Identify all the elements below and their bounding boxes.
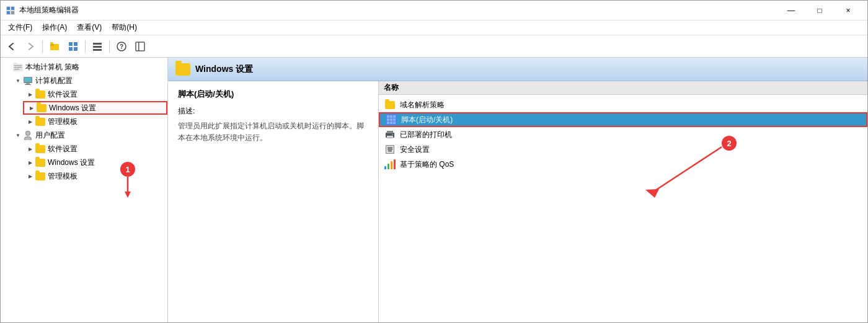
windows-label: Windows 设置 <box>49 103 96 113</box>
user-admin-icon <box>35 171 45 181</box>
user-windows-icon <box>35 157 45 167</box>
tree-panel: 本地计算机 策略 ▼ 计算机配置 <box>1 58 168 322</box>
tree-windows-settings[interactable]: ▶ Windows 设置 <box>23 101 167 115</box>
menu-help[interactable]: 帮助(H) <box>107 21 142 34</box>
user-admin-templates[interactable]: ▶ 管理模板 <box>23 169 167 183</box>
tree-admin-templates[interactable]: ▶ 管理模板 <box>23 115 167 128</box>
computer-config-row[interactable]: ▼ 计算机配置 <box>11 74 167 87</box>
list-header: 名称 <box>379 81 867 95</box>
back-button[interactable] <box>3 38 20 55</box>
svg-rect-21 <box>14 65 22 66</box>
svg-rect-13 <box>93 46 102 48</box>
qos-label: 基于策略的 QoS <box>400 159 454 170</box>
computer-config-label: 计算机配置 <box>35 76 73 86</box>
admin-label: 管理模板 <box>48 117 78 127</box>
svg-rect-9 <box>74 42 78 46</box>
root-icon <box>13 62 23 72</box>
close-button[interactable]: × <box>834 1 862 20</box>
svg-rect-18 <box>138 42 140 51</box>
computer-config-section: ▼ 计算机配置 ▶ <box>11 74 167 128</box>
list-item-domain[interactable]: 域名解析策略 <box>379 97 867 112</box>
user-config-children: ▶ 软件设置 ▶ Windows 设置 ▶ <box>23 142 167 183</box>
tree-software-settings[interactable]: ▶ 软件设置 <box>23 87 167 101</box>
user-config-icon <box>23 130 33 140</box>
printers-label: 已部署的打印机 <box>400 130 452 140</box>
svg-rect-33 <box>387 131 393 133</box>
user-software-expand: ▶ <box>25 144 35 154</box>
root-expand-icon <box>3 62 13 72</box>
folder-button[interactable] <box>46 38 63 55</box>
menu-bar: 文件(F) 操作(A) 查看(V) 帮助(H) <box>1 20 867 35</box>
separator-2 <box>85 40 86 53</box>
list-item-security[interactable]: 安全设置 <box>379 142 867 157</box>
menu-view[interactable]: 查看(V) <box>72 21 107 34</box>
user-admin-label: 管理模板 <box>48 171 78 182</box>
svg-rect-6 <box>50 44 54 46</box>
user-config-section: ▼ 用户配置 ▶ <box>11 128 167 183</box>
user-windows-settings[interactable]: ▶ Windows 设置 <box>23 156 167 169</box>
col-name: 名称 <box>384 82 862 93</box>
computer-expand-icon: ▼ <box>13 76 23 86</box>
root-label: 本地计算机 策略 <box>25 62 79 73</box>
security-label: 安全设置 <box>400 144 430 155</box>
window-icon <box>6 6 16 15</box>
help-button[interactable]: ? <box>113 38 130 55</box>
right-header: Windows 设置 <box>168 58 867 81</box>
security-icon <box>384 143 396 156</box>
list-item-qos[interactable]: 基于策略的 QoS <box>379 157 867 172</box>
window-controls: — □ × <box>777 1 862 20</box>
menu-action[interactable]: 操作(A) <box>37 21 72 34</box>
toggle-tree-button[interactable] <box>131 38 149 55</box>
svg-rect-27 <box>25 84 31 85</box>
svg-rect-22 <box>14 67 22 68</box>
svg-rect-12 <box>93 43 102 45</box>
list-item-scripts[interactable]: 脚本(启动/关机) <box>379 112 867 127</box>
user-software-label: 软件设置 <box>48 144 78 154</box>
windows-folder-icon <box>37 103 46 113</box>
svg-rect-2 <box>11 7 14 10</box>
scripts-label: 脚本(启动/关机) <box>401 115 453 125</box>
user-config-row[interactable]: ▼ 用户配置 <box>11 128 167 142</box>
desc-text: 管理员用此扩展指定计算机启动或关机时运行的脚本。脚本在本地系统环境中运行。 <box>178 120 368 144</box>
svg-rect-4 <box>11 11 14 14</box>
domain-folder-icon <box>384 99 396 111</box>
svg-rect-17 <box>136 42 144 51</box>
software-label: 软件设置 <box>48 89 78 100</box>
windows-expand-icon: ▶ <box>27 103 37 113</box>
svg-rect-25 <box>24 77 32 82</box>
right-body: 脚本(启动/关机) 描述: 管理员用此扩展指定计算机启动或关机时运行的脚本。脚本… <box>168 81 867 322</box>
menu-file[interactable]: 文件(F) <box>3 21 37 34</box>
svg-rect-40 <box>388 149 392 152</box>
scripts-icon <box>385 113 397 126</box>
svg-rect-7 <box>50 42 53 44</box>
forward-button[interactable] <box>22 38 39 55</box>
user-windows-label: Windows 设置 <box>48 157 95 168</box>
title-bar: 本地组策略编辑器 — □ × <box>1 1 867 20</box>
maximize-button[interactable]: □ <box>805 1 834 20</box>
list-items: 域名解析策略 <box>379 95 867 174</box>
desc-title: 脚本(启动/关机) <box>178 89 368 100</box>
main-content: 本地计算机 策略 ▼ 计算机配置 <box>1 58 867 322</box>
user-software-settings[interactable]: ▶ 软件设置 <box>23 142 167 156</box>
svg-point-30 <box>26 131 30 135</box>
list-view-button[interactable] <box>89 38 106 55</box>
list-panel: 名称 域名解析策略 <box>379 81 867 322</box>
svg-rect-14 <box>93 49 102 51</box>
svg-rect-23 <box>14 69 19 70</box>
list-item-printers[interactable]: 已部署的打印机 <box>379 127 867 142</box>
svg-point-36 <box>392 134 393 135</box>
svg-rect-1 <box>7 7 10 10</box>
toolbar: ? <box>1 35 867 58</box>
user-admin-expand: ▶ <box>25 171 35 181</box>
tree-root[interactable]: 本地计算机 策略 <box>1 60 167 74</box>
svg-rect-10 <box>69 47 73 51</box>
svg-rect-8 <box>69 42 73 46</box>
window-title: 本地组策略编辑器 <box>19 5 777 15</box>
svg-rect-20 <box>13 63 17 65</box>
domain-label: 域名解析策略 <box>400 100 445 110</box>
svg-rect-26 <box>26 83 30 84</box>
computer-config-icon <box>23 76 33 86</box>
grid-view-button[interactable] <box>64 38 82 55</box>
software-expand-icon: ▶ <box>25 89 35 99</box>
minimize-button[interactable]: — <box>777 1 805 20</box>
